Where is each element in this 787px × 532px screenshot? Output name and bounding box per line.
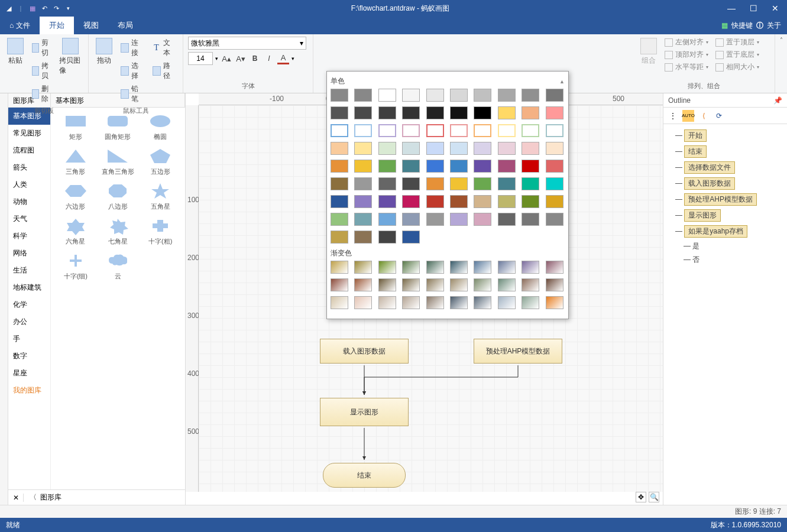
select-tool[interactable]: 选择 xyxy=(118,60,147,82)
color-swatch[interactable] xyxy=(522,160,539,173)
category-item[interactable]: 手 xyxy=(8,330,50,348)
shape-item[interactable]: 三角形 xyxy=(56,147,96,176)
gradient-swatch[interactable] xyxy=(426,261,444,274)
color-swatch[interactable] xyxy=(474,124,491,137)
color-swatch[interactable] xyxy=(402,177,420,190)
color-swatch[interactable] xyxy=(546,177,563,190)
gradient-swatch[interactable] xyxy=(331,278,348,291)
outline-refresh-icon[interactable]: ⟳ xyxy=(713,110,725,122)
tab-view[interactable]: 视图 xyxy=(74,17,108,34)
shape-item[interactable]: 椭圆 xyxy=(140,112,180,141)
color-swatch[interactable] xyxy=(426,160,444,173)
gradient-swatch[interactable] xyxy=(426,278,444,291)
gradient-swatch[interactable] xyxy=(498,261,516,274)
color-swatch[interactable] xyxy=(522,213,539,226)
color-swatch[interactable] xyxy=(450,124,468,137)
category-item[interactable]: 生活 xyxy=(8,262,50,279)
shape-item[interactable]: 六角星 xyxy=(56,217,96,246)
tab-layout[interactable]: 布局 xyxy=(108,17,142,34)
color-swatch[interactable] xyxy=(474,160,491,173)
pin-icon[interactable]: 📌 xyxy=(773,96,782,105)
category-item[interactable]: 箭头 xyxy=(8,159,50,176)
shape-item[interactable]: 十字(粗) xyxy=(140,217,180,246)
color-swatch[interactable] xyxy=(522,89,539,102)
category-item[interactable]: 办公 xyxy=(8,313,50,330)
color-swatch[interactable] xyxy=(474,106,491,119)
gradient-swatch[interactable] xyxy=(546,296,563,309)
color-swatch[interactable] xyxy=(426,89,444,102)
color-swatch[interactable] xyxy=(331,89,348,102)
copy-button[interactable]: 拷贝 xyxy=(30,60,53,82)
tree-node[interactable]: — 显示图形 xyxy=(667,207,783,223)
category-item[interactable]: 数字 xyxy=(8,348,50,365)
color-swatch[interactable] xyxy=(450,195,468,208)
redo-icon[interactable]: ↷ xyxy=(51,3,61,14)
color-swatch[interactable] xyxy=(498,89,516,102)
gradient-swatch[interactable] xyxy=(450,296,468,309)
gradient-swatch[interactable] xyxy=(378,296,396,309)
h-space-button[interactable]: 水平等距▾ xyxy=(663,61,710,73)
group-button[interactable]: 组合 xyxy=(638,37,659,67)
shape-item[interactable]: 七角星 xyxy=(98,217,138,246)
color-swatch[interactable] xyxy=(331,231,348,244)
color-swatch[interactable] xyxy=(402,231,420,244)
breadcrumb[interactable]: 〈图形库 xyxy=(24,492,67,502)
gradient-swatch[interactable] xyxy=(474,261,491,274)
gradient-swatch[interactable] xyxy=(546,261,563,274)
color-swatch[interactable] xyxy=(378,213,396,226)
color-swatch[interactable] xyxy=(426,124,444,137)
color-swatch[interactable] xyxy=(331,142,348,155)
shape-item[interactable]: 五角星 xyxy=(140,182,180,211)
close-icon[interactable]: ✕ xyxy=(772,4,779,13)
color-swatch[interactable] xyxy=(402,124,420,137)
gradient-swatch[interactable] xyxy=(402,278,420,291)
gradient-swatch[interactable] xyxy=(402,296,420,309)
color-swatch[interactable] xyxy=(331,106,348,119)
color-swatch[interactable] xyxy=(426,195,444,208)
shape-item[interactable]: 云 xyxy=(98,252,138,281)
color-swatch[interactable] xyxy=(522,106,539,119)
category-item[interactable]: 化学 xyxy=(8,296,50,313)
color-swatch[interactable] xyxy=(450,106,468,119)
font-select[interactable]: 微软雅黑▾ xyxy=(188,37,306,50)
color-swatch[interactable] xyxy=(378,142,396,155)
shape-item[interactable]: 十字(细) xyxy=(56,252,96,281)
paste-button[interactable]: 粘贴 xyxy=(5,37,26,67)
left-dock-strip[interactable] xyxy=(0,93,8,505)
cut-button[interactable]: 剪切 xyxy=(30,37,53,59)
color-swatch[interactable] xyxy=(546,213,563,226)
color-swatch[interactable] xyxy=(498,160,516,173)
color-swatch[interactable] xyxy=(378,160,396,173)
gradient-swatch[interactable] xyxy=(378,278,396,291)
color-swatch[interactable] xyxy=(498,106,516,119)
size-dropdown-icon[interactable]: ▾ xyxy=(215,56,218,61)
connect-tool[interactable]: 连接 xyxy=(118,37,147,59)
maximize-icon[interactable]: ☐ xyxy=(750,4,757,13)
color-swatch[interactable] xyxy=(331,124,348,137)
gradient-swatch[interactable] xyxy=(474,296,491,309)
color-swatch[interactable] xyxy=(402,213,420,226)
shrink-font-icon[interactable]: A▾ xyxy=(235,53,247,64)
color-swatch[interactable] xyxy=(354,177,372,190)
popup-scroll-up-icon[interactable]: ▲ xyxy=(559,79,565,85)
tree-node[interactable]: — 载入图形数据 xyxy=(667,176,783,192)
color-swatch[interactable] xyxy=(331,195,348,208)
font-size-input[interactable] xyxy=(188,52,213,65)
tree-node[interactable]: — 选择数据文件 xyxy=(667,160,783,176)
color-swatch[interactable] xyxy=(498,213,516,226)
color-swatch[interactable] xyxy=(354,106,372,119)
color-swatch[interactable] xyxy=(378,195,396,208)
bring-front-button[interactable]: 置于顶层▾ xyxy=(714,37,761,48)
color-swatch[interactable] xyxy=(426,177,444,190)
color-swatch[interactable] xyxy=(522,177,539,190)
category-item[interactable]: 科学 xyxy=(8,228,50,245)
italic-icon[interactable]: I xyxy=(263,53,275,64)
color-swatch[interactable] xyxy=(378,124,396,137)
color-swatch[interactable] xyxy=(450,177,468,190)
category-item[interactable]: 星座 xyxy=(8,365,50,382)
color-swatch[interactable] xyxy=(378,177,396,190)
category-item[interactable]: 我的图库 xyxy=(8,382,50,399)
color-swatch[interactable] xyxy=(450,160,468,173)
color-swatch[interactable] xyxy=(546,106,563,119)
category-item[interactable]: 天气 xyxy=(8,210,50,228)
